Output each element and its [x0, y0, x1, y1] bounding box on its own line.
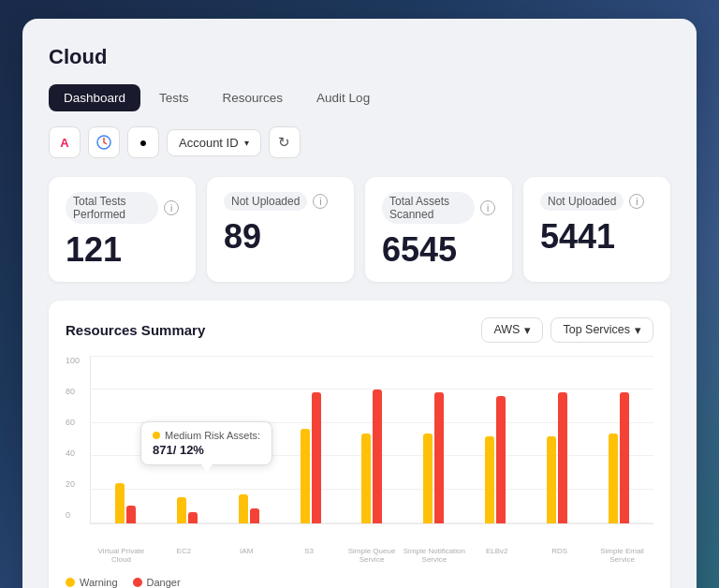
- tab-audit-log[interactable]: Audit Log: [301, 84, 385, 111]
- x-label: RDS: [528, 547, 591, 564]
- bar-group: [609, 392, 629, 523]
- danger-bar: [620, 392, 629, 523]
- stat-value-total-tests: 121: [66, 231, 179, 269]
- danger-dot: [133, 578, 142, 587]
- chevron-down-icon: ▾: [244, 138, 249, 148]
- warning-bar: [177, 497, 186, 523]
- chart-tooltip: Medium Risk Assets: 871/ 12%: [140, 421, 272, 465]
- chart-legend: Warning Danger: [66, 577, 653, 588]
- stat-label-total-assets: Total Assets Scanned: [382, 192, 475, 224]
- stat-card-not-uploaded-assets: Not Uploaded i 5441: [523, 177, 670, 282]
- stat-label-not-uploaded-assets: Not Uploaded: [540, 192, 624, 211]
- warning-bar: [423, 434, 433, 523]
- bar-group: [177, 497, 198, 523]
- warning-label: Warning: [80, 577, 118, 588]
- account-id-label: Account ID: [179, 136, 239, 150]
- stat-info-not-uploaded-assets[interactable]: i: [629, 194, 644, 209]
- chart-controls: AWS ▾ Top Services ▾: [481, 317, 653, 343]
- x-label: Virtual Private Cloud: [90, 547, 153, 564]
- x-labels: Virtual Private CloudEC2IAMS3Simple Queu…: [66, 543, 653, 567]
- chart-title: Resources Summary: [66, 322, 205, 338]
- warning-bar: [361, 434, 371, 523]
- x-label: Simple Email Service: [591, 547, 653, 564]
- danger-bar: [373, 390, 382, 523]
- stat-value-not-uploaded-assets: 5441: [540, 218, 653, 256]
- bar-group: [547, 392, 567, 523]
- tab-dashboard[interactable]: Dashboard: [49, 84, 140, 111]
- stat-card-not-uploaded-tests: Not Uploaded i 89: [207, 177, 354, 282]
- danger-bar: [126, 506, 136, 523]
- tooltip-arrow: [201, 464, 213, 472]
- google-icon-btn[interactable]: [88, 126, 120, 158]
- y-axis-labels: 100 80 60 40 20 0: [66, 356, 86, 520]
- x-label: ELBv2: [465, 547, 528, 564]
- tab-resources[interactable]: Resources: [208, 84, 299, 111]
- aws-icon-btn[interactable]: A: [49, 126, 81, 158]
- bar-group: [115, 483, 136, 523]
- bar-group: [423, 392, 444, 523]
- danger-bar: [312, 392, 321, 523]
- cloud-icon-btn[interactable]: ●: [127, 126, 159, 158]
- chart-area: 100 80 60 40 20 0: [66, 356, 653, 543]
- bar-group: [239, 494, 259, 523]
- tooltip-dot: [153, 432, 160, 439]
- top-services-dropdown[interactable]: Top Services ▾: [550, 317, 653, 343]
- account-id-dropdown[interactable]: Account ID ▾: [167, 129, 261, 156]
- warning-dot: [66, 578, 75, 587]
- danger-bar: [188, 512, 198, 523]
- page-title: Cloud: [49, 45, 670, 69]
- danger-bar: [496, 396, 506, 523]
- warning-bar: [115, 483, 125, 523]
- legend-warning: Warning: [66, 577, 118, 588]
- stat-card-total-assets: Total Assets Scanned i 6545: [365, 177, 512, 282]
- stat-info-not-uploaded-tests[interactable]: i: [313, 194, 328, 209]
- warning-bar: [547, 436, 556, 523]
- x-label: Simple Queue Service: [341, 547, 404, 564]
- stat-value-not-uploaded-tests: 89: [224, 218, 337, 256]
- aws-chevron-icon: ▾: [524, 323, 531, 337]
- stat-label-total-tests: Total Tests Performed: [66, 192, 158, 224]
- toolbar: A ● Account ID ▾ ↻: [49, 126, 670, 158]
- warning-bar: [239, 494, 248, 523]
- warning-bar: [301, 429, 310, 523]
- stat-info-total-assets[interactable]: i: [480, 200, 495, 215]
- tooltip-label: Medium Risk Assets:: [165, 430, 260, 441]
- warning-bar: [485, 436, 494, 523]
- aws-dropdown[interactable]: AWS ▾: [481, 317, 543, 343]
- top-services-label: Top Services: [563, 323, 630, 336]
- danger-bar: [558, 392, 567, 523]
- danger-bar: [250, 508, 259, 523]
- chart-section: Resources Summary AWS ▾ Top Services ▾ 1…: [49, 301, 670, 588]
- stat-value-total-assets: 6545: [382, 231, 495, 269]
- x-label: IAM: [215, 547, 278, 564]
- tooltip-value: 871/ 12%: [153, 443, 260, 457]
- bar-group: [361, 390, 382, 523]
- x-label: EC2: [153, 547, 215, 564]
- warning-bar: [609, 434, 618, 523]
- stat-info-total-tests[interactable]: i: [164, 200, 179, 215]
- tabs-bar: Dashboard Tests Resources Audit Log: [49, 84, 670, 111]
- x-label: Simple Notification Service: [403, 547, 465, 564]
- chart-header: Resources Summary AWS ▾ Top Services ▾: [66, 317, 653, 343]
- top-services-chevron-icon: ▾: [635, 323, 641, 337]
- danger-bar: [434, 392, 444, 523]
- x-label: S3: [278, 547, 341, 564]
- stat-card-total-tests: Total Tests Performed i 121: [49, 177, 196, 282]
- refresh-button[interactable]: ↻: [269, 126, 301, 158]
- aws-label: AWS: [493, 323, 520, 336]
- bar-group: [301, 392, 321, 523]
- stat-label-not-uploaded-tests: Not Uploaded: [224, 192, 307, 211]
- tab-tests[interactable]: Tests: [144, 84, 204, 111]
- danger-label: Danger: [147, 577, 181, 588]
- main-card: Cloud Dashboard Tests Resources Audit Lo…: [22, 19, 697, 588]
- legend-danger: Danger: [133, 577, 181, 588]
- stats-grid: Total Tests Performed i 121 Not Uploaded…: [49, 177, 670, 282]
- bar-group: [485, 396, 506, 523]
